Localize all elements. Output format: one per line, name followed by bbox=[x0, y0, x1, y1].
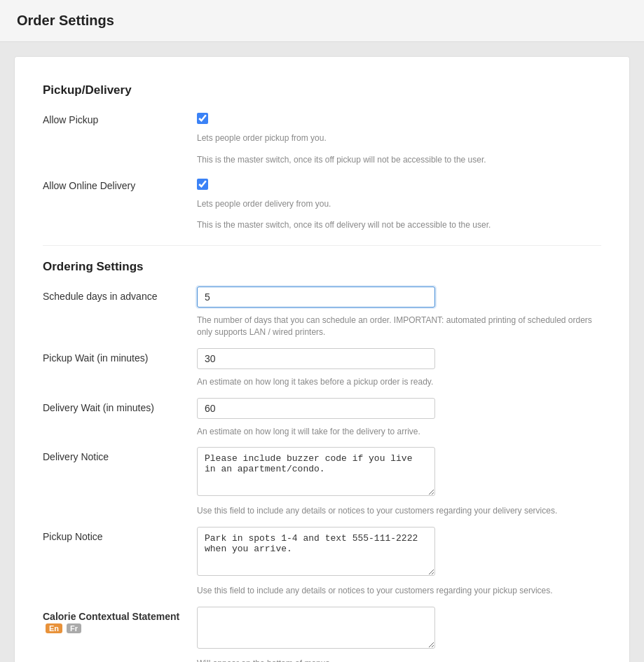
allow-pickup-checkbox[interactable] bbox=[197, 113, 208, 124]
delivery-notice-textarea[interactable]: Please include buzzer code if you live i… bbox=[197, 447, 435, 496]
pickup-notice-label: Pickup Notice bbox=[43, 527, 197, 542]
calorie-statement-desc: Will appear on the bottom of menus. bbox=[197, 658, 601, 662]
page-title: Order Settings bbox=[17, 13, 627, 29]
delivery-wait-desc: An estimate on how long it will take for… bbox=[197, 426, 601, 438]
schedule-days-desc: The number of days that you can schedule… bbox=[197, 315, 601, 338]
pickup-wait-label: Pickup Wait (in minutes) bbox=[43, 348, 197, 364]
pickup-delivery-section-title: Pickup/Delivery bbox=[43, 83, 601, 97]
delivery-notice-desc: Use this field to include any details or… bbox=[197, 505, 601, 517]
calorie-statement-control bbox=[197, 607, 601, 651]
page-header: Order Settings bbox=[0, 0, 644, 42]
calorie-label-text: Calorie Contextual Statement bbox=[43, 611, 179, 622]
calorie-label-container: Calorie Contextual Statement En Fr bbox=[43, 611, 197, 633]
delivery-wait-input[interactable] bbox=[197, 398, 435, 419]
allow-delivery-checkbox[interactable] bbox=[197, 179, 208, 190]
calorie-statement-textarea[interactable] bbox=[197, 607, 435, 649]
schedule-days-input[interactable] bbox=[197, 287, 435, 308]
calorie-statement-row: Calorie Contextual Statement En Fr bbox=[43, 607, 601, 651]
delivery-notice-label: Delivery Notice bbox=[43, 447, 197, 462]
delivery-wait-control bbox=[197, 398, 601, 419]
delivery-wait-row: Delivery Wait (in minutes) bbox=[43, 398, 601, 419]
calorie-statement-label: Calorie Contextual Statement En Fr bbox=[43, 607, 197, 633]
allow-delivery-desc1: Lets people order delivery from you. bbox=[197, 198, 601, 210]
allow-pickup-row: Allow Pickup bbox=[43, 110, 601, 125]
pickup-notice-desc: Use this field to include any details or… bbox=[197, 585, 601, 597]
divider-1 bbox=[43, 245, 601, 246]
badge-en: En bbox=[46, 623, 62, 633]
pickup-wait-control bbox=[197, 348, 601, 369]
main-card: Pickup/Delivery Allow Pickup Lets people… bbox=[14, 56, 630, 662]
allow-pickup-label: Allow Pickup bbox=[43, 110, 197, 125]
schedule-days-label: Schedule days in advance bbox=[43, 287, 197, 302]
allow-pickup-desc2: This is the master switch, once its off … bbox=[197, 154, 601, 166]
allow-delivery-control bbox=[197, 176, 601, 190]
pickup-notice-textarea[interactable]: Park in spots 1-4 and text 555-111-2222 … bbox=[197, 527, 435, 576]
delivery-notice-control: Please include buzzer code if you live i… bbox=[197, 447, 601, 498]
allow-pickup-control bbox=[197, 110, 601, 124]
delivery-wait-label: Delivery Wait (in minutes) bbox=[43, 398, 197, 413]
pickup-notice-control: Park in spots 1-4 and text 555-111-2222 … bbox=[197, 527, 601, 578]
allow-delivery-row: Allow Online Delivery bbox=[43, 176, 601, 191]
pickup-notice-row: Pickup Notice Park in spots 1-4 and text… bbox=[43, 527, 601, 578]
ordering-settings-section-title: Ordering Settings bbox=[43, 260, 601, 274]
schedule-days-row: Schedule days in advance bbox=[43, 287, 601, 308]
pickup-wait-input[interactable] bbox=[197, 348, 435, 369]
delivery-notice-row: Delivery Notice Please include buzzer co… bbox=[43, 447, 601, 498]
badge-fr: Fr bbox=[67, 623, 81, 633]
pickup-wait-desc: An estimate on how long it takes before … bbox=[197, 376, 601, 388]
allow-pickup-desc1: Lets people order pickup from you. bbox=[197, 132, 601, 144]
allow-delivery-desc2: This is the master switch, once its off … bbox=[197, 219, 601, 231]
pickup-wait-row: Pickup Wait (in minutes) bbox=[43, 348, 601, 369]
allow-delivery-label: Allow Online Delivery bbox=[43, 176, 197, 191]
schedule-days-control bbox=[197, 287, 601, 308]
